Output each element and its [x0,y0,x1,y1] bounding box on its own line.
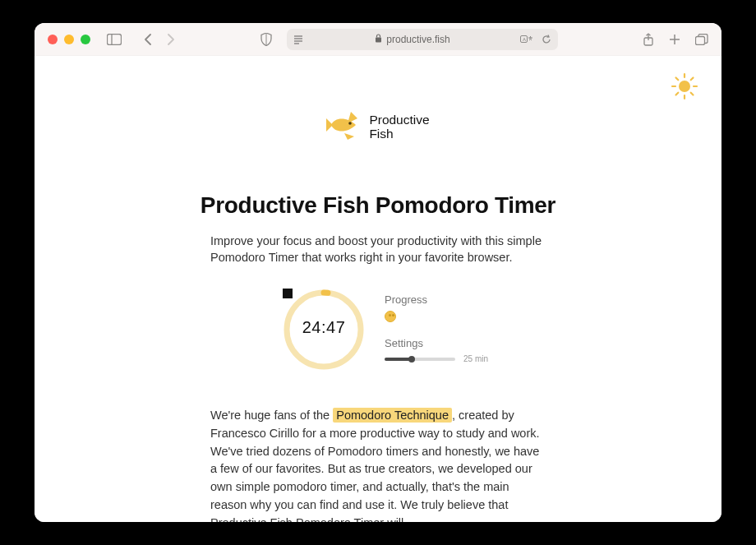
logo-text: Productive Fish [369,113,429,141]
svg-marker-24 [326,118,333,132]
titlebar: productive.fish A [35,23,721,56]
body-prefix: We're huge fans of the [210,409,333,422]
timer-display: 24:47 [302,318,346,337]
page-content: Productive Fish Productive Fish Pomodoro… [35,56,721,522]
url-text: productive.fish [386,34,449,45]
svg-line-21 [676,93,679,95]
svg-text:A: A [523,36,526,41]
theme-toggle-sun-icon[interactable] [671,72,698,104]
translate-icon[interactable]: A [520,35,533,44]
svg-line-19 [676,78,679,81]
page-title: Productive Fish Pomodoro Timer [35,192,721,219]
url-display: productive.fish [310,34,515,45]
body-rest: , created by Francesco Cirillo for a mor… [210,409,540,522]
fish-logo-icon [326,107,361,146]
fullscreen-window-button[interactable] [81,35,90,44]
svg-rect-13 [696,36,705,44]
nav-forward-button[interactable] [166,34,176,45]
logo-line2: Fish [369,127,429,141]
browser-window: productive.fish A [35,23,721,522]
progress-label: Progress [385,293,488,306]
page-subheading: Improve your focus and boost your produc… [210,233,547,266]
tab-overview-icon[interactable] [695,34,708,45]
privacy-shield-icon[interactable] [260,33,272,46]
pomodoro-technique-link[interactable]: Pomodoro Technique [333,408,452,423]
svg-rect-6 [376,38,381,43]
settings-label: Settings [385,337,488,349]
svg-point-25 [349,122,353,125]
minimize-window-button[interactable] [64,35,74,44]
close-window-button[interactable] [48,35,58,44]
site-logo[interactable]: Productive Fish [35,107,721,146]
progress-indicator [385,311,396,322]
reader-mode-icon[interactable] [293,35,303,44]
new-tab-icon[interactable] [669,34,680,45]
refresh-icon[interactable] [542,35,551,44]
svg-line-20 [691,93,694,95]
nav-back-button[interactable] [143,34,153,45]
share-icon[interactable] [643,33,654,46]
svg-rect-0 [108,34,122,44]
logo-line1: Productive [369,113,429,127]
timer-panel: 24:47 Progress Settings [283,289,721,371]
body-paragraph: We're huge fans of the Pomodoro Techniqu… [210,407,547,522]
address-bar[interactable]: productive.fish A [287,29,558,50]
timer-ring: 24:47 [283,289,365,371]
svg-point-14 [679,81,690,92]
sidebar-toggle-icon[interactable] [107,34,122,45]
timer-side-panel: Progress Settings 25 min [385,289,488,371]
lock-icon [375,34,382,44]
duration-value: 25 min [463,354,488,363]
toolbar-right [643,33,708,46]
svg-rect-30 [283,289,293,298]
svg-line-22 [691,78,694,81]
window-controls [48,35,90,44]
duration-slider[interactable] [385,358,455,361]
